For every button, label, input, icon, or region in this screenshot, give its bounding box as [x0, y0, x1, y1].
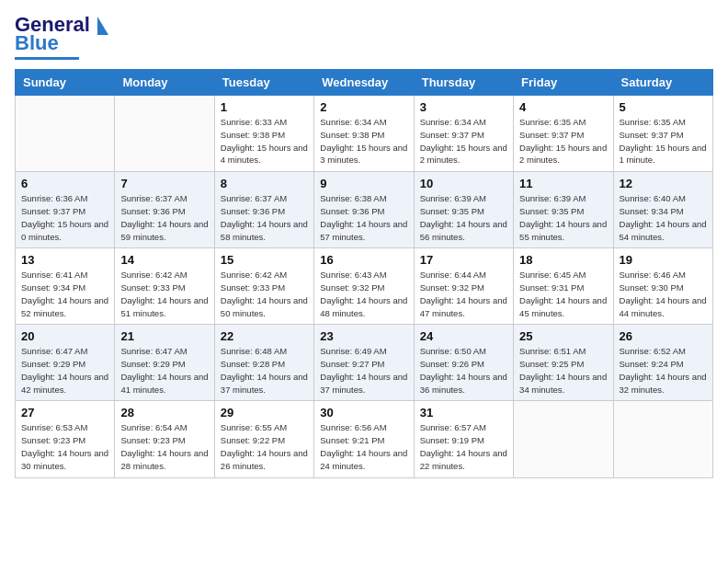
day-number: 9 [320, 177, 407, 190]
day-detail: Sunrise: 6:53 AMSunset: 9:23 PMDaylight:… [21, 421, 108, 472]
day-detail: Sunrise: 6:43 AMSunset: 9:32 PMDaylight:… [320, 269, 407, 319]
day-detail: Sunrise: 6:37 AMSunset: 9:36 PMDaylight:… [221, 192, 308, 243]
day-detail: Sunrise: 6:36 AMSunset: 9:37 PMDaylight:… [21, 192, 108, 243]
day-detail: Sunrise: 6:39 AMSunset: 9:35 PMDaylight:… [420, 192, 507, 243]
day-detail: Sunrise: 6:39 AMSunset: 9:35 PMDaylight:… [519, 192, 607, 243]
calendar-day-cell: 30Sunrise: 6:56 AMSunset: 9:21 PMDayligh… [314, 401, 414, 477]
calendar-day-cell: 31Sunrise: 6:57 AMSunset: 9:19 PMDayligh… [414, 401, 513, 477]
day-detail: Sunrise: 6:54 AMSunset: 9:23 PMDaylight:… [120, 421, 208, 472]
calendar-day-cell: 19Sunrise: 6:46 AMSunset: 9:30 PMDayligh… [613, 248, 712, 325]
day-number: 7 [120, 177, 208, 190]
calendar-day-cell: 6Sunrise: 6:36 AMSunset: 9:37 PMDaylight… [16, 172, 115, 248]
day-detail: Sunrise: 6:56 AMSunset: 9:21 PMDaylight:… [320, 421, 407, 472]
day-number: 26 [620, 329, 707, 343]
day-number: 23 [320, 329, 407, 343]
weekday-header-cell: Saturday [613, 70, 712, 96]
day-detail: Sunrise: 6:34 AMSunset: 9:38 PMDaylight:… [320, 116, 407, 167]
day-detail: Sunrise: 6:51 AMSunset: 9:25 PMDaylight:… [519, 345, 607, 396]
day-number: 8 [221, 177, 308, 190]
calendar-day-cell: 7Sunrise: 6:37 AMSunset: 9:36 PMDaylight… [115, 172, 214, 248]
calendar-body: 1Sunrise: 6:33 AMSunset: 9:38 PMDaylight… [16, 96, 713, 477]
day-number: 17 [420, 253, 507, 267]
calendar-day-cell [514, 401, 613, 477]
logo-blue: Blue [15, 31, 59, 55]
day-detail: Sunrise: 6:40 AMSunset: 9:34 PMDaylight:… [620, 192, 707, 243]
calendar-week-row: 20Sunrise: 6:47 AMSunset: 9:29 PMDayligh… [16, 325, 713, 401]
day-detail: Sunrise: 6:55 AMSunset: 9:22 PMDaylight:… [221, 421, 308, 472]
calendar-day-cell: 3Sunrise: 6:34 AMSunset: 9:37 PMDaylight… [414, 96, 513, 172]
day-detail: Sunrise: 6:44 AMSunset: 9:32 PMDaylight:… [420, 269, 507, 319]
calendar-day-cell: 8Sunrise: 6:37 AMSunset: 9:36 PMDaylight… [214, 172, 313, 248]
weekday-header-cell: Sunday [16, 70, 115, 96]
weekday-header-row: SundayMondayTuesdayWednesdayThursdayFrid… [16, 70, 713, 96]
calendar-day-cell: 4Sunrise: 6:35 AMSunset: 9:37 PMDaylight… [514, 96, 613, 172]
calendar-week-row: 6Sunrise: 6:36 AMSunset: 9:37 PMDaylight… [16, 172, 713, 248]
day-number: 14 [120, 253, 208, 267]
day-number: 4 [519, 100, 607, 114]
calendar-day-cell: 12Sunrise: 6:40 AMSunset: 9:34 PMDayligh… [613, 172, 712, 248]
day-number: 28 [120, 406, 208, 419]
weekday-header-cell: Friday [514, 70, 613, 96]
day-detail: Sunrise: 6:34 AMSunset: 9:37 PMDaylight:… [420, 116, 507, 167]
day-detail: Sunrise: 6:45 AMSunset: 9:31 PMDaylight:… [519, 269, 607, 319]
day-detail: Sunrise: 6:42 AMSunset: 9:33 PMDaylight:… [221, 269, 308, 319]
calendar-day-cell: 29Sunrise: 6:55 AMSunset: 9:22 PMDayligh… [214, 401, 313, 477]
day-detail: Sunrise: 6:52 AMSunset: 9:24 PMDaylight:… [620, 345, 707, 396]
calendar-day-cell: 21Sunrise: 6:47 AMSunset: 9:29 PMDayligh… [115, 325, 214, 401]
calendar-day-cell: 13Sunrise: 6:41 AMSunset: 9:34 PMDayligh… [16, 248, 115, 325]
logo: General Blue [15, 15, 108, 60]
calendar-day-cell: 10Sunrise: 6:39 AMSunset: 9:35 PMDayligh… [414, 172, 513, 248]
day-detail: Sunrise: 6:57 AMSunset: 9:19 PMDaylight:… [420, 421, 507, 472]
calendar-day-cell: 9Sunrise: 6:38 AMSunset: 9:36 PMDaylight… [314, 172, 414, 248]
day-number: 31 [420, 406, 507, 419]
day-number: 18 [519, 253, 607, 267]
day-detail: Sunrise: 6:47 AMSunset: 9:29 PMDaylight:… [120, 345, 208, 396]
day-detail: Sunrise: 6:41 AMSunset: 9:34 PMDaylight:… [21, 269, 108, 319]
day-detail: Sunrise: 6:50 AMSunset: 9:26 PMDaylight:… [420, 345, 507, 396]
weekday-header-cell: Wednesday [314, 70, 414, 96]
calendar-day-cell: 14Sunrise: 6:42 AMSunset: 9:33 PMDayligh… [115, 248, 214, 325]
calendar-day-cell: 17Sunrise: 6:44 AMSunset: 9:32 PMDayligh… [414, 248, 513, 325]
weekday-header-cell: Thursday [414, 70, 513, 96]
calendar-day-cell: 24Sunrise: 6:50 AMSunset: 9:26 PMDayligh… [414, 325, 513, 401]
calendar-day-cell [613, 401, 712, 477]
day-detail: Sunrise: 6:35 AMSunset: 9:37 PMDaylight:… [620, 116, 707, 167]
day-number: 19 [620, 253, 707, 267]
day-detail: Sunrise: 6:33 AMSunset: 9:38 PMDaylight:… [221, 116, 308, 167]
calendar-day-cell: 20Sunrise: 6:47 AMSunset: 9:29 PMDayligh… [16, 325, 115, 401]
calendar-week-row: 27Sunrise: 6:53 AMSunset: 9:23 PMDayligh… [16, 401, 713, 477]
calendar-week-row: 1Sunrise: 6:33 AMSunset: 9:38 PMDaylight… [16, 96, 713, 172]
calendar-day-cell: 16Sunrise: 6:43 AMSunset: 9:32 PMDayligh… [314, 248, 414, 325]
calendar-table: SundayMondayTuesdayWednesdayThursdayFrid… [15, 69, 713, 477]
calendar-week-row: 13Sunrise: 6:41 AMSunset: 9:34 PMDayligh… [16, 248, 713, 325]
calendar-day-cell: 2Sunrise: 6:34 AMSunset: 9:38 PMDaylight… [314, 96, 414, 172]
day-number: 1 [221, 100, 308, 114]
day-detail: Sunrise: 6:46 AMSunset: 9:30 PMDaylight:… [620, 269, 707, 319]
day-number: 5 [620, 100, 707, 114]
calendar-day-cell: 5Sunrise: 6:35 AMSunset: 9:37 PMDaylight… [613, 96, 712, 172]
day-detail: Sunrise: 6:48 AMSunset: 9:28 PMDaylight:… [221, 345, 308, 396]
day-number: 15 [221, 253, 308, 267]
day-number: 13 [21, 253, 108, 267]
day-detail: Sunrise: 6:38 AMSunset: 9:36 PMDaylight:… [320, 192, 407, 243]
day-detail: Sunrise: 6:35 AMSunset: 9:37 PMDaylight:… [519, 116, 607, 167]
day-detail: Sunrise: 6:47 AMSunset: 9:29 PMDaylight:… [21, 345, 108, 396]
calendar-day-cell: 22Sunrise: 6:48 AMSunset: 9:28 PMDayligh… [214, 325, 313, 401]
day-number: 22 [221, 329, 308, 343]
page-header: General Blue [15, 15, 713, 60]
calendar-day-cell: 26Sunrise: 6:52 AMSunset: 9:24 PMDayligh… [613, 325, 712, 401]
day-number: 21 [120, 329, 208, 343]
day-number: 30 [320, 406, 407, 419]
day-number: 27 [21, 406, 108, 419]
calendar-day-cell: 11Sunrise: 6:39 AMSunset: 9:35 PMDayligh… [514, 172, 613, 248]
day-detail: Sunrise: 6:37 AMSunset: 9:36 PMDaylight:… [120, 192, 208, 243]
calendar-day-cell: 15Sunrise: 6:42 AMSunset: 9:33 PMDayligh… [214, 248, 313, 325]
calendar-day-cell: 1Sunrise: 6:33 AMSunset: 9:38 PMDaylight… [214, 96, 313, 172]
day-number: 11 [519, 177, 607, 190]
day-number: 25 [519, 329, 607, 343]
day-number: 16 [320, 253, 407, 267]
calendar-day-cell: 27Sunrise: 6:53 AMSunset: 9:23 PMDayligh… [16, 401, 115, 477]
calendar-day-cell [115, 96, 214, 172]
calendar-day-cell [16, 96, 115, 172]
day-number: 2 [320, 100, 407, 114]
